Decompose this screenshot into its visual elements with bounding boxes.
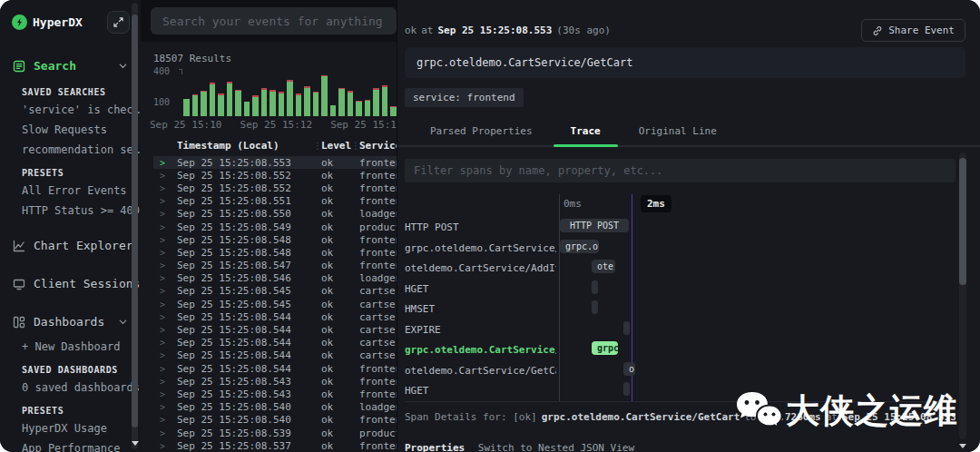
trace-span-row[interactable]: oteldemo.CartService/GetCarto — [405, 360, 956, 381]
histogram-bar[interactable] — [373, 88, 379, 116]
tab-trace[interactable]: Trace — [552, 117, 620, 145]
histogram-bar[interactable] — [244, 102, 250, 116]
column-header-service[interactable]: Service — [359, 140, 397, 152]
table-row[interactable]: >Sep 25 15:25:08.544okcartservice — [153, 349, 397, 362]
row-expand-chevron-icon[interactable]: > — [153, 312, 177, 322]
row-expand-chevron-icon[interactable]: > — [153, 209, 177, 219]
table-row[interactable]: >Sep 25 15:25:08.547okfrontend — [153, 260, 397, 272]
table-row[interactable]: >Sep 25 15:25:08.543okfrontend — [153, 388, 397, 400]
histogram-bar[interactable] — [252, 95, 259, 116]
histogram-bar[interactable] — [235, 90, 241, 116]
sidebar-item[interactable]: recommendation se… — [0, 140, 141, 160]
sidebar-item-search[interactable]: Search — [0, 53, 141, 79]
table-row[interactable]: >Sep 25 15:25:08.544okcartservice — [153, 323, 397, 336]
column-separator-icon[interactable]: ⋮ — [313, 141, 321, 151]
details-scrollbar[interactable] — [959, 152, 966, 439]
span-duration-bar[interactable] — [592, 280, 598, 294]
table-row[interactable]: >Sep 25 15:25:08.548okfrontend — [153, 246, 397, 259]
table-row[interactable]: >Sep 25 15:25:08.544okcartservice — [153, 337, 397, 349]
histogram-bar[interactable] — [210, 83, 216, 116]
histogram-bar[interactable] — [321, 75, 328, 116]
trace-span-row[interactable]: HMSET — [405, 299, 956, 319]
row-expand-chevron-icon[interactable]: > — [153, 222, 177, 232]
table-row[interactable]: >Sep 25 15:25:08.544okcartservice — [153, 310, 397, 323]
histogram-bar[interactable] — [348, 91, 354, 116]
row-expand-chevron-icon[interactable]: > — [153, 415, 177, 425]
span-duration-bar[interactable]: HTTP POST — [560, 219, 629, 232]
histogram-bar[interactable] — [365, 100, 371, 116]
sidebar-item[interactable]: Slow Requests — [0, 120, 141, 140]
table-row[interactable]: >Sep 25 15:25:08.540okloadgenerat — [153, 401, 397, 414]
histogram-bar[interactable] — [330, 105, 337, 116]
span-duration-bar[interactable]: grpc.ote — [560, 240, 599, 253]
share-event-button[interactable]: Share Event — [861, 19, 965, 42]
sidebar-item[interactable]: HTTP Status >= 400 — [0, 201, 141, 221]
table-row[interactable]: >Sep 25 15:25:08.545okcartservice — [153, 285, 397, 298]
sidebar-item-new-dashboard[interactable]: + New Dashboard — [0, 335, 141, 357]
span-duration-bar[interactable] — [623, 382, 630, 396]
sidebar-scrollbar[interactable] — [132, 3, 138, 449]
histogram-bar[interactable] — [356, 101, 362, 116]
trace-span-row[interactable]: grpc.oteldemo.CartService/GetCartgrpc — [405, 339, 956, 360]
sidebar-item-client-sessions[interactable]: Client Sessions — [0, 270, 141, 297]
scroll-down-arrow-icon[interactable] — [959, 444, 966, 448]
table-row[interactable]: >Sep 25 15:25:08.537okfrontend — [153, 439, 397, 452]
histogram-bar[interactable] — [287, 80, 293, 116]
sidebar-item[interactable]: 'service' is chec… — [0, 100, 141, 120]
sidebar-item[interactable]: 0 saved dashboards — [0, 378, 141, 398]
histogram-bar[interactable] — [270, 90, 276, 116]
tab-original-line[interactable]: Original Line — [620, 117, 736, 145]
table-row[interactable]: >Sep 25 15:25:08.553okfrontend — [153, 156, 397, 169]
column-header-level[interactable]: Level — [321, 140, 351, 152]
trace-span-row[interactable]: HGET — [405, 380, 956, 401]
column-header-timestamp[interactable]: Timestamp (Local) — [177, 140, 313, 152]
nested-json-view-link[interactable]: Switch to Nested JSON View — [478, 442, 634, 452]
row-expand-chevron-icon[interactable]: > — [153, 183, 177, 193]
hyperdx-logo[interactable]: HyperDX — [12, 15, 83, 30]
table-row[interactable]: >Sep 25 15:25:08.545okcartservice — [153, 298, 397, 310]
row-expand-chevron-icon[interactable]: > — [153, 428, 177, 438]
row-expand-chevron-icon[interactable]: > — [153, 248, 177, 258]
search-input[interactable] — [151, 7, 397, 34]
sidebar-item-chart-explorer[interactable]: Chart Explorer — [0, 232, 141, 259]
row-expand-chevron-icon[interactable]: > — [153, 325, 177, 335]
span-duration-bar[interactable] — [592, 300, 598, 314]
span-duration-bar[interactable]: grpc — [592, 341, 618, 355]
span-duration-bar[interactable]: o — [623, 362, 635, 376]
row-expand-chevron-icon[interactable]: > — [153, 171, 177, 181]
trace-span-row[interactable]: EXPIRE — [405, 319, 956, 340]
row-expand-chevron-icon[interactable]: > — [153, 196, 177, 206]
sidebar-scrollbar-thumb[interactable] — [132, 15, 138, 427]
filter-spans-input[interactable] — [405, 159, 956, 182]
histogram-bar[interactable] — [218, 93, 224, 116]
trace-span-row[interactable]: HTTP POSTHTTP POST — [405, 217, 956, 238]
table-row[interactable]: >Sep 25 15:25:08.540okfrontend — [153, 414, 397, 427]
table-row[interactable]: >Sep 25 15:25:08.546okloadgenerat — [153, 272, 397, 285]
table-row[interactable]: >Sep 25 15:25:08.548okfrontend — [153, 233, 397, 246]
trace-span-row[interactable]: grpc.oteldemo.CartService/AddItemgrpc.ot… — [405, 238, 956, 259]
table-row[interactable]: >Sep 25 15:25:08.550okloadgenerat — [153, 208, 397, 221]
table-row[interactable]: >Sep 25 15:25:08.543okfrontend — [153, 375, 397, 388]
sidebar-item[interactable]: App Performance — [0, 438, 141, 452]
row-expand-chevron-icon[interactable]: > — [153, 260, 177, 270]
row-expand-chevron-icon[interactable]: > — [153, 235, 177, 245]
sidebar-item-dashboards[interactable]: Dashboards — [0, 309, 141, 335]
table-row[interactable]: >Sep 25 15:25:08.544okfrontend — [153, 362, 397, 375]
table-row[interactable]: >Sep 25 15:25:08.552okfrontend — [153, 182, 397, 194]
histogram-bar[interactable] — [313, 92, 319, 116]
histogram-bar[interactable] — [279, 92, 285, 116]
histogram-bar[interactable] — [183, 99, 190, 117]
table-row[interactable]: >Sep 25 15:25:08.539okproductcata — [153, 427, 397, 439]
row-expand-chevron-icon[interactable]: > — [153, 377, 177, 387]
row-expand-chevron-icon[interactable]: > — [153, 350, 177, 360]
trace-span-row[interactable]: oteldemo.CartService/AddItemote — [405, 258, 956, 279]
row-expand-chevron-icon[interactable]: > — [153, 338, 177, 348]
row-expand-chevron-icon[interactable]: > — [153, 286, 177, 296]
histogram-bar[interactable] — [338, 88, 345, 116]
row-expand-chevron-icon[interactable]: > — [153, 300, 177, 310]
service-tag[interactable]: service: frontend — [405, 88, 524, 107]
histogram-bar[interactable] — [390, 106, 397, 116]
span-duration-bar[interactable] — [623, 321, 630, 335]
row-expand-chevron-icon[interactable]: > — [153, 273, 177, 283]
trace-span-row[interactable]: HGET — [405, 279, 956, 300]
